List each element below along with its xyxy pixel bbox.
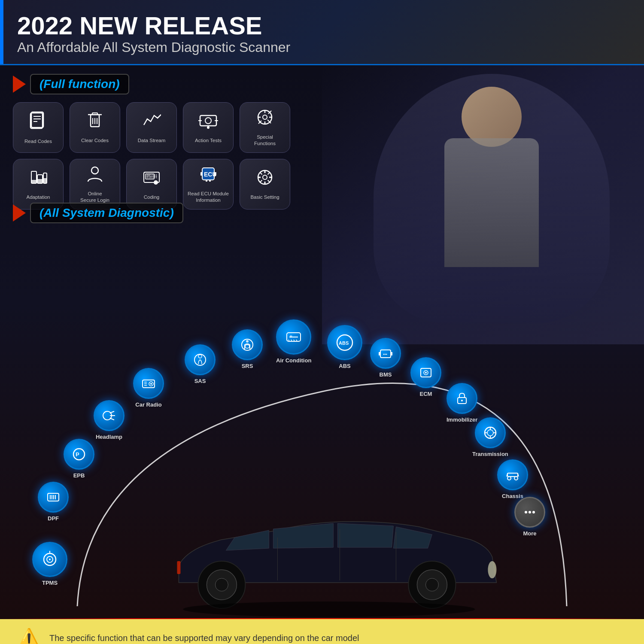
- main-title: 2022 NEW RELEASE: [17, 12, 627, 39]
- action-tests-icon: [197, 111, 219, 134]
- tpms-icon: [32, 542, 67, 577]
- svg-rect-7: [92, 113, 97, 115]
- svg-point-12: [205, 118, 211, 124]
- sas-label: SAS: [194, 378, 206, 384]
- func-basic-setting[interactable]: Basic Setting: [240, 159, 290, 210]
- svg-rect-26: [37, 179, 43, 183]
- bms-label: BMS: [380, 371, 392, 378]
- svg-point-42: [263, 175, 267, 179]
- func-data-stream[interactable]: Data Stream: [126, 102, 177, 153]
- svg-point-66: [150, 383, 152, 385]
- svg-line-50: [260, 180, 262, 182]
- badge-arrow: [13, 76, 26, 93]
- functions-row-1: Read Codes Clear Codes: [13, 102, 305, 153]
- data-stream-icon: [142, 111, 161, 134]
- air-condition-icon: ❄: [276, 319, 311, 355]
- svg-point-96: [507, 477, 511, 480]
- dpf-icon: [38, 482, 69, 513]
- func-special-functions[interactable]: SpecialFunctions: [240, 102, 290, 153]
- svg-rect-39: [206, 180, 207, 182]
- svg-rect-110: [177, 561, 180, 574]
- node-headlamp: Headlamp: [94, 400, 125, 440]
- svg-point-53: [49, 559, 51, 560]
- svg-rect-81: [379, 352, 380, 355]
- full-function-section: (Full function) Read Codes: [0, 65, 644, 218]
- ecm-label: ECM: [420, 391, 432, 397]
- svg-point-88: [461, 400, 463, 401]
- svg-point-34: [154, 180, 158, 185]
- epb-label: EPB: [73, 472, 85, 479]
- func-adaptation[interactable]: Adaptation: [13, 159, 64, 210]
- footer-warning: ⚠️ The specific function that can be sup…: [0, 619, 644, 644]
- badge-label: (Full function): [30, 74, 129, 94]
- srs-label: SRS: [242, 363, 253, 369]
- func-coding[interactable]: 010101 001101 Coding: [126, 159, 177, 210]
- coding-icon: 010101 001101: [142, 168, 161, 191]
- svg-point-86: [425, 372, 427, 374]
- clear-codes-label: Clear Codes: [81, 137, 109, 144]
- special-functions-icon: [255, 108, 274, 131]
- abs-label: ABS: [339, 363, 350, 369]
- more-label: More: [523, 530, 536, 537]
- svg-rect-0: [31, 112, 43, 128]
- svg-point-100: [525, 511, 527, 513]
- air-condition-label: Air Condition: [276, 357, 311, 364]
- node-chassis: Chassis: [497, 459, 528, 499]
- node-sas: SAS: [185, 344, 216, 384]
- car-radio-label: Car Radio: [135, 401, 161, 408]
- dpf-label: DPF: [48, 515, 59, 522]
- svg-rect-24: [31, 180, 36, 183]
- transmission-icon: [475, 417, 506, 448]
- main-content: (Full function) Read Codes: [0, 65, 644, 644]
- node-air-condition: ❄ Air Condition: [276, 319, 311, 364]
- svg-rect-40: [209, 180, 211, 182]
- transmission-label: Transmission: [472, 451, 508, 457]
- func-clear-codes[interactable]: Clear Codes: [70, 102, 120, 153]
- node-bms: ▪▪▪ BMS: [370, 338, 401, 378]
- svg-point-74: [245, 345, 249, 348]
- svg-point-102: [532, 511, 535, 513]
- functions-grid: Read Codes Clear Codes: [13, 102, 305, 210]
- warning-icon: ⚠️: [17, 627, 41, 644]
- svg-point-90: [487, 430, 493, 436]
- func-online-secure-login[interactable]: OnlineSecure Login: [70, 159, 120, 210]
- node-epb: P EPB: [64, 439, 94, 479]
- svg-point-108: [425, 578, 438, 591]
- svg-text:001101: 001101: [146, 174, 157, 177]
- svg-point-15: [207, 126, 210, 129]
- func-read-codes[interactable]: Read Codes: [13, 102, 64, 153]
- svg-rect-4: [30, 113, 43, 128]
- basic-setting-label: Basic Setting: [250, 194, 279, 200]
- car-radio-icon: [133, 368, 164, 399]
- node-dpf: DPF: [38, 482, 69, 522]
- svg-point-18: [263, 115, 267, 119]
- headlamp-label: Headlamp: [96, 434, 122, 440]
- svg-rect-11: [200, 115, 216, 126]
- svg-text:ABS: ABS: [339, 340, 349, 346]
- svg-rect-37: [200, 172, 202, 176]
- coding-label: Coding: [144, 194, 159, 200]
- svg-rect-82: [391, 352, 392, 355]
- read-ecu-icon: ECU: [199, 164, 218, 187]
- data-stream-label: Data Stream: [138, 137, 166, 144]
- chassis-icon: [497, 459, 528, 490]
- node-srs: SRS: [232, 329, 263, 369]
- svg-text:❄: ❄: [289, 334, 293, 339]
- sas-icon: [185, 344, 216, 375]
- func-action-tests[interactable]: Action Tests: [183, 102, 234, 153]
- functions-row-2: Adaptation OnlineSecure Login: [13, 159, 305, 210]
- basic-setting-icon: [255, 168, 274, 191]
- action-tests-label: Action Tests: [195, 137, 222, 144]
- svg-point-29: [91, 167, 98, 174]
- adaptation-icon: [29, 168, 48, 191]
- svg-point-114: [183, 601, 475, 617]
- svg-text:▪▪▪: ▪▪▪: [383, 352, 387, 356]
- svg-rect-95: [507, 473, 518, 477]
- full-function-badge: (Full function): [13, 74, 129, 94]
- node-abs: ABS ABS: [327, 325, 362, 369]
- svg-rect-28: [43, 178, 47, 183]
- read-ecu-label: Read ECU ModuleInformation: [188, 191, 229, 204]
- svg-rect-38: [214, 172, 216, 176]
- header-section: 2022 NEW RELEASE An Affordable All Syste…: [0, 0, 644, 65]
- func-read-ecu[interactable]: ECU Read ECU ModuleInformation: [183, 159, 234, 210]
